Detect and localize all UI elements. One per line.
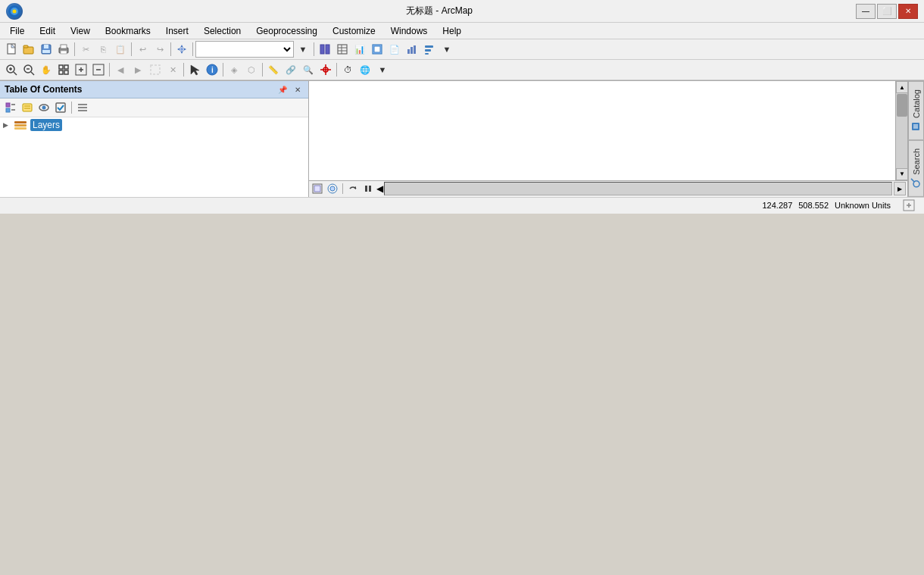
catalog-tab-label: Catalog (912, 89, 921, 118)
scroll-thumb-v[interactable] (897, 94, 907, 117)
find-button[interactable]: 🔍 (300, 61, 317, 78)
select-arrow-button[interactable] (186, 61, 203, 78)
redo-button[interactable]: ↪ (151, 41, 168, 58)
more-tools-2-button[interactable]: ▼ (374, 61, 391, 78)
svg-rect-20 (338, 45, 347, 54)
svg-marker-15 (177, 48, 180, 51)
toc-layers-item[interactable]: ▶ Layers (0, 117, 308, 133)
menu-file[interactable]: File (3, 23, 31, 39)
dropdown-arrow-button[interactable]: ▼ (295, 41, 311, 58)
map-canvas[interactable] (309, 81, 895, 180)
toolbar-separator (74, 42, 75, 56)
svg-marker-16 (183, 48, 186, 51)
paste-button[interactable]: 📋 (112, 41, 129, 58)
editor-tool-2[interactable] (334, 41, 351, 58)
close-button[interactable]: ✕ (898, 4, 918, 19)
svg-rect-59 (23, 104, 32, 111)
list-by-source-button[interactable] (20, 100, 35, 115)
fixed-zoom-in-button[interactable] (73, 61, 89, 78)
go-to-xy-button[interactable] (317, 61, 334, 78)
window-title: 无标题 - ArcMap (23, 5, 856, 17)
content-area: Table Of Contents 📌 ✕ (0, 80, 924, 197)
open-button[interactable] (20, 41, 37, 58)
editor-tool-7[interactable] (421, 41, 438, 58)
toolbar-separator-3 (170, 42, 171, 56)
list-by-visibility-button[interactable] (36, 100, 52, 115)
forward-button[interactable]: ▶ (130, 61, 146, 78)
window-controls: — ⬜ ✕ (856, 4, 918, 19)
svg-rect-8 (44, 45, 48, 48)
select-features-button[interactable]: ◈ (226, 61, 242, 78)
toc-close-button[interactable]: ✕ (292, 83, 304, 95)
list-drawing-order-button[interactable] (3, 100, 18, 115)
statusbar: 124.287 508.552 Unknown Units (0, 197, 924, 214)
3d-view-button[interactable]: 🌐 (357, 61, 373, 78)
refresh-button[interactable] (346, 182, 360, 195)
svg-rect-55 (6, 103, 10, 107)
print-button[interactable] (55, 41, 72, 58)
menu-insert[interactable]: Insert (159, 23, 195, 39)
list-by-selection-button[interactable] (53, 100, 68, 115)
info-button[interactable]: i (204, 61, 220, 78)
toc-pin-button[interactable]: 📌 (276, 83, 289, 95)
toc-options-button[interactable] (75, 100, 90, 115)
scroll-right-button[interactable]: ▶ (894, 182, 906, 195)
new-button[interactable] (3, 41, 20, 58)
scroll-left-button[interactable]: ◀ (376, 183, 382, 194)
scroll-up-button[interactable]: ▲ (896, 81, 908, 93)
toc-header-controls: 📌 ✕ (276, 83, 304, 95)
svg-rect-26 (407, 49, 410, 54)
hyperlink-button[interactable]: 🔗 (283, 61, 299, 78)
toolbar-standard: ✂ ⎘ 📋 ↩ ↪ ▼ 📊 📄 ▼ (0, 39, 924, 60)
fixed-zoom-out-button[interactable] (90, 61, 107, 78)
pause-button[interactable] (361, 182, 375, 195)
menu-selection[interactable]: Selection (197, 23, 248, 39)
scroll-track-v[interactable] (896, 93, 907, 168)
search-tab[interactable]: Search (908, 140, 924, 197)
pan-button[interactable]: ✋ (38, 61, 55, 78)
horizontal-scrollbar[interactable] (384, 182, 892, 195)
more-tools-button[interactable]: ▼ (439, 41, 455, 58)
catalog-tab[interactable]: Catalog (908, 81, 924, 140)
layer-dropdown[interactable] (195, 41, 294, 58)
data-view-button[interactable] (326, 182, 339, 195)
menu-geoprocessing[interactable]: Geoprocessing (249, 23, 324, 39)
select-frame-button[interactable] (147, 61, 164, 78)
layout-view-button[interactable] (311, 182, 324, 195)
save-button[interactable] (38, 41, 55, 58)
coord-units: Unknown Units (835, 201, 891, 210)
menu-view[interactable]: View (64, 23, 97, 39)
editor-tool-3[interactable]: 📊 (351, 41, 368, 58)
clear-button[interactable]: ✕ (164, 61, 181, 78)
svg-point-63 (42, 106, 46, 110)
menu-bookmarks[interactable]: Bookmarks (98, 23, 158, 39)
editor-tool-6[interactable] (404, 41, 420, 58)
coord-x: 124.287 (762, 201, 792, 210)
edit-vertex-button[interactable]: ⬡ (243, 61, 260, 78)
editor-tool-5[interactable]: 📄 (386, 41, 403, 58)
time-slider-button[interactable]: ⏱ (339, 61, 356, 78)
zoom-out-button[interactable] (20, 61, 37, 78)
status-expand-button[interactable] (903, 199, 918, 211)
svg-rect-11 (61, 45, 67, 48)
svg-marker-49 (191, 65, 199, 75)
undo-button[interactable]: ↩ (134, 41, 151, 58)
copy-button[interactable]: ⎘ (95, 41, 111, 58)
scroll-down-button[interactable]: ▼ (896, 168, 908, 180)
menu-customize[interactable]: Customize (326, 23, 382, 39)
cut-button[interactable]: ✂ (77, 41, 94, 58)
navigate-button[interactable] (173, 41, 190, 58)
menu-windows[interactable]: Windows (384, 23, 435, 39)
restore-button[interactable]: ⬜ (877, 4, 897, 19)
titlebar: 无标题 - ArcMap — ⬜ ✕ (0, 0, 924, 23)
full-extent-button[interactable] (55, 61, 72, 78)
zoom-in-button[interactable] (3, 61, 20, 78)
editor-tool-4[interactable] (369, 41, 386, 58)
back-button[interactable]: ◀ (112, 61, 129, 78)
toolbar2-sep3 (223, 63, 223, 77)
menu-edit[interactable]: Edit (33, 23, 62, 39)
editor-tool-1[interactable] (317, 41, 333, 58)
minimize-button[interactable]: — (856, 4, 876, 19)
measure-button[interactable]: 📏 (265, 61, 282, 78)
menu-help[interactable]: Help (435, 23, 468, 39)
